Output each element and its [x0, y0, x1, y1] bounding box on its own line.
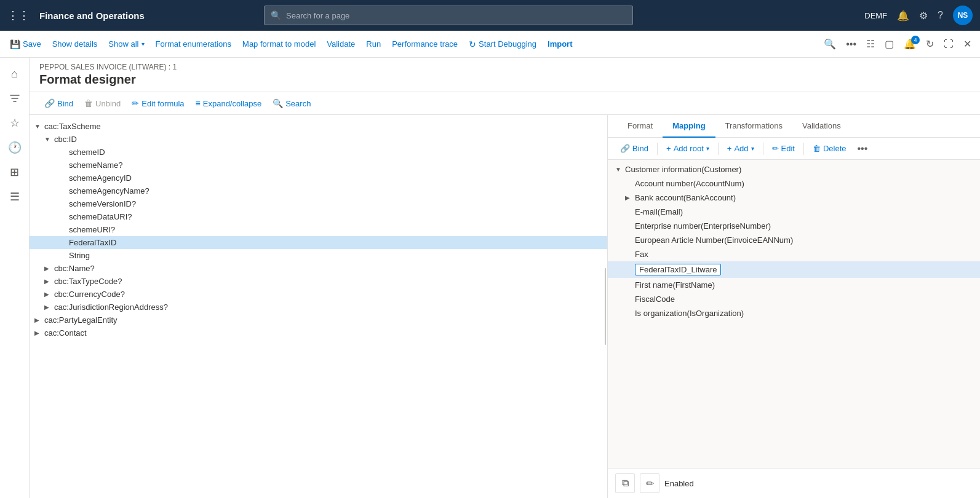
toolbar-expand-button[interactable]: ⛶: [940, 36, 957, 52]
tree-item-label: cac:TaxScheme: [44, 122, 602, 131]
mapping-footer: ⧉ ✏ Enabled: [608, 468, 980, 498]
mapping-item-email[interactable]: E-mail(Email): [608, 205, 980, 219]
toolbar-view-button[interactable]: ▢: [881, 36, 898, 52]
toolbar-search-button[interactable]: 🔍: [820, 36, 840, 52]
tree-item-cbc-name[interactable]: ▶ cbc:Name?: [30, 262, 607, 275]
show-all-label: Show all: [108, 39, 138, 49]
start-debugging-label: Start Debugging: [479, 39, 536, 49]
mapping-item-firstname[interactable]: First name(FirstName): [608, 278, 980, 292]
tree-item-schemeid[interactable]: schemeID: [30, 146, 607, 159]
import-button[interactable]: Import: [543, 37, 577, 51]
settings-button[interactable]: ⚙: [919, 10, 928, 22]
collapse-icon: ▼: [44, 136, 54, 143]
show-details-button[interactable]: Show details: [47, 37, 103, 51]
toolbar-refresh-button[interactable]: ↻: [922, 36, 938, 52]
sidebar-grid-icon[interactable]: ⊞: [4, 161, 26, 183]
performance-trace-label: Performance trace: [392, 39, 458, 49]
help-button[interactable]: ?: [938, 10, 943, 21]
tab-format[interactable]: Format: [618, 115, 663, 138]
tab-mapping[interactable]: Mapping: [663, 115, 715, 138]
tree-item-schemeuri[interactable]: schemeURI?: [30, 223, 607, 236]
tree-item-cac-partylegal[interactable]: ▶ cac:PartyLegalEntity: [30, 314, 607, 326]
map-format-button[interactable]: Map format to model: [237, 37, 321, 51]
edit-button[interactable]: ✏ Edit: [767, 141, 800, 156]
tree-item-federaltaxid[interactable]: FederalTaxID: [30, 236, 607, 249]
sidebar-star-icon[interactable]: ☆: [4, 112, 26, 134]
edit-formula-button[interactable]: ✏ Edit formula: [127, 96, 189, 111]
tree-item-cac-jurisdiction[interactable]: ▶ cac:JurisdictionRegionAddress?: [30, 301, 607, 314]
sidebar-home-icon[interactable]: ⌂: [4, 63, 26, 85]
toolbar-close-button[interactable]: ✕: [960, 36, 975, 52]
separator: [763, 143, 763, 155]
tab-validations[interactable]: Validations: [792, 115, 851, 138]
left-sidebar: ⌂ ☆ 🕐 ⊞ ☰: [0, 58, 30, 498]
tree-item-label: cac:Contact: [44, 328, 602, 338]
start-debugging-button[interactable]: ↻ Start Debugging: [464, 37, 541, 52]
link-icon: 🔗: [620, 144, 630, 153]
copy-button[interactable]: ⧉: [615, 473, 635, 493]
grid-icon[interactable]: ⋮⋮: [7, 9, 30, 22]
mapping-item-european-article[interactable]: European Article Number(EinvoiceEANNum): [608, 233, 980, 247]
user-avatar[interactable]: NS: [953, 6, 973, 25]
mapping-item-label: European Article Number(EinvoiceEANNum): [635, 235, 793, 245]
toolbar-more-button[interactable]: •••: [842, 36, 860, 52]
tree-item-schemename[interactable]: schemeName?: [30, 159, 607, 172]
edit-footer-button[interactable]: ✏: [640, 473, 659, 493]
format-enumerations-label: Format enumerations: [156, 39, 232, 49]
global-search-bar[interactable]: 🔍: [264, 6, 633, 25]
tree-item-cbc-taxtypecode[interactable]: ▶ cbc:TaxTypeCode?: [30, 275, 607, 288]
resize-handle[interactable]: [605, 115, 607, 498]
mapping-item-bank-account[interactable]: ▶ Bank account(BankAccount): [608, 191, 980, 205]
add-label: Add: [734, 144, 748, 153]
tree-item-schemeagencyname[interactable]: schemeAgencyName?: [30, 184, 607, 197]
unbind-button[interactable]: 🗑 Unbind: [79, 96, 125, 111]
run-button[interactable]: Run: [361, 37, 386, 51]
delete-label: Delete: [823, 144, 847, 153]
edit-icon: ✏: [646, 478, 654, 489]
add-button[interactable]: + Add ▾: [722, 141, 759, 156]
tree-item-cac-taxscheme[interactable]: ▼ cac:TaxScheme: [30, 120, 607, 133]
show-all-button[interactable]: Show all ▾: [103, 37, 149, 51]
add-icon: +: [666, 144, 671, 153]
save-button[interactable]: 💾 Save: [5, 37, 46, 52]
tree-item-cbc-currencycode[interactable]: ▶ cbc:CurrencyCode?: [30, 288, 607, 301]
tree-item-cac-contact[interactable]: ▶ cac:Contact: [30, 326, 607, 339]
mapping-more-button[interactable]: •••: [854, 142, 872, 156]
tree-item-schemeagencyid[interactable]: schemeAgencyID: [30, 172, 607, 184]
sidebar-filter-icon[interactable]: [4, 87, 26, 109]
toolbar-settings-button[interactable]: ☷: [862, 36, 878, 52]
top-nav-right: DEMF 🔔 ⚙ ? NS: [864, 6, 973, 25]
mapping-item-enterprise-number[interactable]: Enterprise number(EnterpriseNumber): [608, 219, 980, 233]
tree-item-string[interactable]: String: [30, 249, 607, 262]
global-search-input[interactable]: [286, 11, 626, 20]
bind-button[interactable]: 🔗 Bind: [39, 96, 78, 111]
mapping-item-account-number[interactable]: Account number(AccountNum): [608, 176, 980, 191]
mapping-item-isorganization[interactable]: Is organization(IsOrganization): [608, 306, 980, 320]
tree-item-schemedatauri[interactable]: schemeDataURI?: [30, 210, 607, 223]
map-format-label: Map format to model: [242, 39, 316, 49]
notification-bell-button[interactable]: 🔔: [897, 10, 909, 22]
performance-trace-button[interactable]: Performance trace: [387, 37, 463, 51]
add-root-button[interactable]: + Add root ▾: [661, 141, 714, 156]
mapping-item-customer-info[interactable]: ▼ Customer information(Customer): [608, 162, 980, 176]
mapping-action-bar: 🔗 Bind + Add root ▾ + Add ▾: [608, 138, 980, 160]
mapping-item-federaltaxid[interactable]: FederalTaxID_Litware: [608, 261, 980, 278]
search-button[interactable]: 🔍 Search: [268, 96, 316, 111]
main-content: ⌂ ☆ 🕐 ⊞ ☰ PEPPOL SALES INVOICE (LITWARE)…: [0, 58, 980, 498]
page-title: Format designer: [39, 73, 970, 87]
format-enumerations-button[interactable]: Format enumerations: [151, 37, 237, 51]
tab-transformations[interactable]: Transformations: [715, 115, 792, 138]
expand-collapse-button[interactable]: ≡ Expand/collapse: [191, 96, 267, 111]
mapping-bind-button[interactable]: 🔗 Bind: [615, 141, 653, 156]
tree-item-schemeversionid[interactable]: schemeVersionID?: [30, 197, 607, 210]
sidebar-recent-icon[interactable]: 🕐: [4, 136, 26, 159]
tree-item-cbc-id[interactable]: ▼ cbc:ID: [30, 133, 607, 146]
mapping-item-fiscalcode[interactable]: FiscalCode: [608, 292, 980, 306]
delete-button[interactable]: 🗑 Delete: [808, 141, 851, 156]
tree-item-label: schemeName?: [69, 160, 602, 170]
validate-button[interactable]: Validate: [322, 37, 360, 51]
sidebar-list-icon[interactable]: ☰: [4, 186, 26, 208]
mapping-item-fax[interactable]: Fax: [608, 247, 980, 261]
expand-icon: ▶: [44, 304, 54, 310]
edit-icon: ✏: [772, 144, 779, 153]
